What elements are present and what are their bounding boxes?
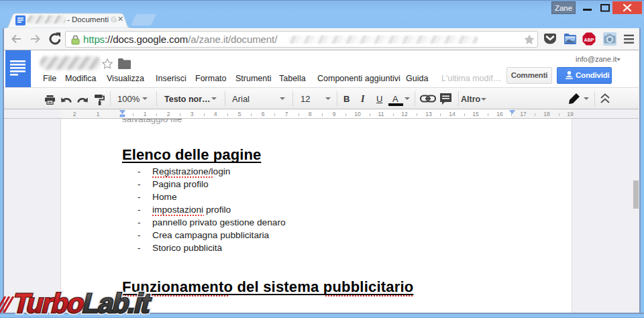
svg-text:Turbo: Turbo (10, 290, 88, 317)
svg-text:ABP: ABP (584, 38, 594, 42)
svg-text:Lab.it: Lab.it (80, 290, 155, 317)
